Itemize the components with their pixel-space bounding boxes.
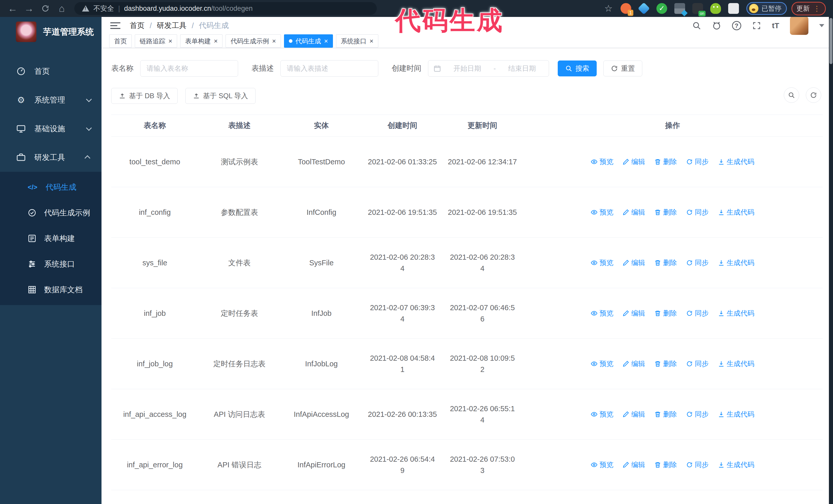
extension-icon-6[interactable] [710, 3, 721, 14]
browser-update-button[interactable]: 更新 ⋮ [791, 2, 826, 16]
close-icon[interactable]: × [324, 39, 328, 44]
forward-icon[interactable]: → [22, 2, 37, 15]
preview-button[interactable]: 预览 [591, 207, 613, 218]
back-icon[interactable]: ← [5, 2, 20, 15]
edit-button[interactable]: 编辑 [623, 257, 645, 268]
edit-button[interactable]: 编辑 [623, 207, 645, 218]
home-icon[interactable]: ⌂ [54, 2, 69, 15]
profile-paused-badge[interactable]: 已暂停 [746, 2, 787, 15]
sync-button[interactable]: 同步 [686, 358, 709, 369]
close-icon[interactable]: × [272, 39, 276, 44]
generate-code-button[interactable]: 生成代码 [718, 358, 754, 369]
app-logo[interactable]: 芋道管理系统 [0, 17, 101, 47]
calendar-icon [433, 65, 441, 72]
breadcrumb-home[interactable]: 首页 [130, 21, 145, 31]
address-bar[interactable]: 不安全 | dashboard.yudao.iocoder.cn/tool/co… [74, 2, 377, 15]
window-scrollbar[interactable] [829, 17, 833, 504]
generate-code-button[interactable]: 生成代码 [718, 257, 754, 268]
search-icon[interactable] [692, 21, 701, 30]
sidebar-item-codegen[interactable]: </> 代码生成 [0, 174, 101, 200]
delete-button[interactable]: 删除 [654, 207, 677, 218]
generate-code-button[interactable]: 生成代码 [718, 308, 754, 319]
toggle-search-button[interactable] [784, 88, 799, 103]
generate-code-button[interactable]: 生成代码 [718, 409, 754, 420]
generate-code-button[interactable]: 生成代码 [718, 207, 754, 218]
delete-button[interactable]: 删除 [654, 308, 677, 319]
preview-button[interactable]: 预览 [591, 308, 613, 319]
col-entity: 实体 [280, 115, 362, 137]
sidebar-item-system[interactable]: ⚙ 系统管理 [0, 86, 101, 114]
delete-button[interactable]: 删除 [654, 459, 677, 471]
sidebar-item-infra[interactable]: 基础设施 [0, 114, 101, 143]
avatar[interactable] [790, 17, 808, 35]
delete-button[interactable]: 删除 [654, 409, 677, 420]
import-db-button[interactable]: 基于 DB 导入 [111, 88, 177, 104]
tab-codegen-example[interactable]: 代码生成示例 × [225, 34, 281, 48]
hamburger-icon[interactable] [110, 22, 120, 29]
github-icon[interactable] [712, 21, 721, 30]
scrollbar-thumb[interactable] [829, 18, 832, 64]
breadcrumb-devtools[interactable]: 研发工具 [157, 21, 187, 31]
cell-entity: ToolTestDemo [280, 137, 362, 187]
bookmark-star-icon[interactable]: ☆ [604, 3, 613, 14]
table-name-input[interactable] [140, 60, 238, 77]
preview-button[interactable]: 预览 [591, 257, 613, 268]
sync-button[interactable]: 同步 [686, 257, 709, 268]
edit-button[interactable]: 编辑 [623, 409, 645, 420]
edit-button[interactable]: 编辑 [623, 459, 645, 471]
extension-icon-3[interactable]: ✓ [657, 3, 667, 14]
extension-icon-4[interactable] [674, 3, 685, 14]
sync-button[interactable]: 同步 [686, 308, 709, 319]
generate-code-button[interactable]: 生成代码 [718, 156, 754, 167]
extension-icon-7[interactable] [728, 3, 739, 14]
edit-button[interactable]: 编辑 [623, 156, 645, 167]
cell-updated: 2021-02-26 06:55:1 4 [443, 389, 522, 440]
reset-button[interactable]: 重置 [603, 61, 642, 76]
edit-button[interactable]: 编辑 [623, 358, 645, 369]
browser-menu-icon[interactable]: ⋮ [813, 4, 821, 13]
tab-form-builder[interactable]: 表单构建 × [180, 34, 222, 48]
help-icon[interactable]: ? [732, 21, 741, 30]
close-icon[interactable]: × [168, 39, 172, 44]
table-desc-input[interactable] [280, 60, 378, 77]
preview-button[interactable]: 预览 [591, 459, 613, 471]
form-icon [28, 234, 37, 243]
text-size-icon[interactable]: tT [772, 21, 779, 30]
extension-icon-2[interactable] [638, 2, 650, 15]
tab-system-api[interactable]: 系统接口 × [336, 34, 378, 48]
delete-button[interactable]: 删除 [654, 358, 677, 369]
sidebar-item-system-api[interactable]: 系统接口 [0, 251, 101, 277]
sidebar-item-devtools[interactable]: 研发工具 [0, 143, 101, 172]
sidebar-item-home[interactable]: 首页 [0, 57, 101, 86]
sync-button[interactable]: 同步 [686, 409, 709, 420]
avatar-caret-icon[interactable] [819, 24, 824, 27]
generate-code-button[interactable]: 生成代码 [718, 459, 754, 471]
preview-button[interactable]: 预览 [591, 358, 613, 369]
date-end-placeholder: 结束日期 [501, 64, 544, 73]
close-icon[interactable]: × [370, 39, 374, 44]
sync-button[interactable]: 同步 [686, 156, 709, 167]
delete-button[interactable]: 删除 [654, 156, 677, 167]
sync-button[interactable]: 同步 [686, 207, 709, 218]
col-updated: 更新时间 [443, 115, 522, 137]
preview-button[interactable]: 预览 [591, 409, 613, 420]
date-range-picker[interactable]: 开始日期 - 结束日期 [428, 60, 549, 77]
sidebar-item-form-builder[interactable]: 表单构建 [0, 225, 101, 251]
import-sql-button[interactable]: 基于 SQL 导入 [185, 88, 256, 104]
close-icon[interactable]: × [214, 39, 218, 44]
refresh-table-button[interactable] [806, 88, 821, 103]
fullscreen-icon[interactable] [752, 21, 761, 30]
edit-button[interactable]: 编辑 [623, 308, 645, 319]
tab-tracing[interactable]: 链路追踪 × [135, 34, 177, 48]
extension-icon-1[interactable]: 1 [620, 3, 631, 14]
reload-icon[interactable] [38, 2, 53, 15]
preview-button[interactable]: 预览 [591, 156, 613, 167]
sidebar-item-codegen-example[interactable]: 代码生成示例 [0, 200, 101, 225]
extension-icon-5[interactable]: on [692, 3, 703, 14]
delete-button[interactable]: 删除 [654, 257, 677, 268]
search-button[interactable]: 搜索 [558, 61, 597, 76]
tab-codegen[interactable]: 代码生成 × [284, 34, 333, 48]
sidebar-item-db-doc[interactable]: 数据库文档 [0, 277, 101, 303]
sync-button[interactable]: 同步 [686, 459, 709, 471]
tab-home[interactable]: 首页 [109, 34, 132, 48]
